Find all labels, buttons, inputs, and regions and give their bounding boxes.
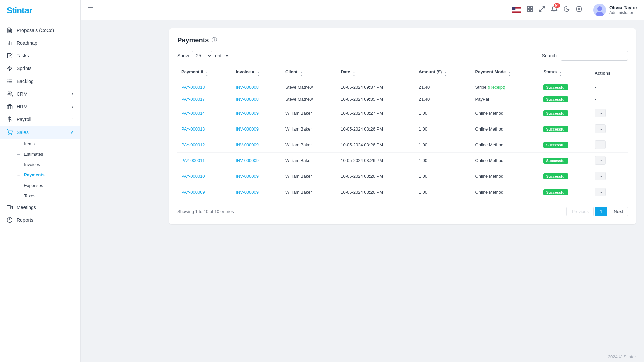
info-icon[interactable]: ⓘ [212, 37, 217, 44]
grid-button[interactable] [527, 6, 533, 14]
main-content: Payments ⓘ Show 25 10 50 100 entries Sea… [161, 20, 644, 362]
sidebar-item-payroll[interactable]: Payroll › [0, 113, 80, 126]
payment-link[interactable]: PAY-000017 [181, 97, 205, 102]
actions-button[interactable]: ··· [595, 188, 606, 196]
actions-button[interactable]: ··· [595, 109, 606, 117]
page-title: Payments [177, 36, 209, 44]
payment-mode-cell: PayPal [471, 93, 540, 105]
invoice-link[interactable]: INV-000009 [236, 158, 259, 163]
payment-link[interactable]: PAY-000013 [181, 126, 205, 132]
date-cell: 10-05-2024 03:26 PM [337, 168, 414, 184]
sidebar-item-proposals[interactable]: Proposals (CoCo) [0, 24, 80, 37]
chevron-down-icon: ∨ [70, 130, 73, 135]
pie-chart-icon [7, 217, 13, 223]
show-entries: Show 25 10 50 100 entries [177, 51, 229, 60]
date-cell: 10-05-2024 03:26 PM [337, 184, 414, 200]
avatar-image [593, 4, 606, 16]
prev-button[interactable]: Previous [566, 207, 594, 216]
sidebar-item-label-meetings: Meetings [17, 205, 36, 210]
amount-cell: 1.00 [415, 105, 471, 121]
status-cell: Successful [539, 137, 590, 153]
invoice-link[interactable]: INV-000009 [236, 126, 259, 132]
invoice-link[interactable]: INV-000009 [236, 142, 259, 147]
actions-button[interactable]: ··· [595, 156, 606, 165]
table-controls: Show 25 10 50 100 entries Search: [177, 51, 628, 61]
payment-link[interactable]: PAY-000012 [181, 142, 205, 147]
chevron-right-icon-payroll: › [72, 117, 73, 122]
payments-card: Payments ⓘ Show 25 10 50 100 entries Sea… [169, 28, 636, 224]
sidebar-item-reports[interactable]: Reports [0, 214, 80, 226]
col-payment-num[interactable]: Payment # ▲▼ [177, 66, 232, 81]
sidebar-subitem-invoices[interactable]: Invoices [0, 159, 80, 170]
sidebar-subitem-items[interactable]: Items [0, 139, 80, 149]
search-input[interactable] [561, 51, 628, 61]
actions-cell: ··· [591, 184, 628, 200]
sidebar-subitem-taxes[interactable]: Taxes [0, 191, 80, 201]
col-date[interactable]: Date ▲▼ [337, 66, 414, 81]
actions-button[interactable]: ··· [595, 124, 606, 133]
amount-cell: 21.40 [415, 81, 471, 93]
status-badge: Successful [543, 126, 568, 132]
sidebar-item-meetings[interactable]: Meetings [0, 201, 80, 214]
sidebar-item-roadmap[interactable]: Roadmap [0, 37, 80, 49]
svg-rect-24 [512, 7, 515, 10]
payment-link[interactable]: PAY-000014 [181, 111, 205, 116]
bar-chart-icon [7, 40, 13, 46]
status-cell: Successful [539, 81, 590, 93]
invoice-link[interactable]: INV-000008 [236, 85, 259, 90]
payment-link[interactable]: PAY-000009 [181, 190, 205, 195]
amount-cell: 1.00 [415, 137, 471, 153]
payment-mode-cell: Online Method [471, 184, 540, 200]
sidebar-subitem-label-invoices: Invoices [24, 162, 40, 167]
amount-cell: 1.00 [415, 121, 471, 137]
payment-link[interactable]: PAY-000011 [181, 158, 205, 163]
sidebar-item-label-tasks: Tasks [17, 53, 29, 58]
sidebar-item-hrm[interactable]: HRM › [0, 100, 80, 113]
col-status[interactable]: Status ▲▼ [539, 66, 590, 81]
receipt-link[interactable]: (Receipt) [488, 85, 505, 90]
col-invoice-num[interactable]: Invoice # ▲▼ [232, 66, 281, 81]
next-button[interactable]: Next [609, 207, 628, 216]
hamburger-button[interactable]: ☰ [87, 6, 93, 14]
table-row: PAY-000011 INV-000009 William Baker 10-0… [177, 153, 628, 168]
svg-line-30 [540, 10, 542, 12]
col-amount[interactable]: Amount ($) ▲▼ [415, 66, 471, 81]
col-payment-mode[interactable]: Payment Mode ▲▼ [471, 66, 540, 81]
invoice-link[interactable]: INV-000009 [236, 190, 259, 195]
status-cell: Successful [539, 153, 590, 168]
col-client[interactable]: Client ▲▼ [281, 66, 337, 81]
sidebar-item-crm[interactable]: CRM › [0, 88, 80, 100]
sidebar-item-label-proposals: Proposals (CoCo) [17, 28, 54, 33]
sidebar-item-backlog[interactable]: Backlog [0, 75, 80, 88]
users-icon [7, 91, 13, 97]
status-badge: Successful [543, 96, 568, 102]
invoice-link[interactable]: INV-000009 [236, 111, 259, 116]
notifications-button[interactable]: 54 [551, 5, 558, 14]
actions-button[interactable]: ··· [595, 172, 606, 180]
invoice-link[interactable]: INV-000008 [236, 97, 259, 102]
svg-rect-27 [528, 10, 530, 12]
sidebar-item-sales[interactable]: Sales ∨ [0, 126, 80, 139]
language-selector[interactable] [512, 7, 521, 13]
payment-link[interactable]: PAY-000018 [181, 85, 205, 90]
sidebar-item-label-payroll: Payroll [17, 117, 31, 122]
page-1-button[interactable]: 1 [595, 207, 607, 216]
status-badge: Successful [543, 189, 568, 195]
invoice-link[interactable]: INV-000009 [236, 174, 259, 179]
sidebar-subitem-expenses[interactable]: Expenses [0, 180, 80, 191]
entries-select[interactable]: 25 10 50 100 [192, 51, 212, 60]
payment-link[interactable]: PAY-000010 [181, 174, 205, 179]
sidebar-item-tasks[interactable]: Tasks [0, 49, 80, 62]
client-cell: William Baker [281, 105, 337, 121]
maximize-button[interactable] [539, 6, 545, 14]
dark-mode-button[interactable] [563, 6, 570, 14]
user-area[interactable]: Olivia Taylor Administrator [588, 4, 637, 16]
sidebar-subitem-estimates[interactable]: Estimates [0, 149, 80, 159]
actions-button[interactable]: ··· [595, 140, 606, 149]
sidebar-subitem-payments[interactable]: Payments [0, 170, 80, 180]
status-cell: Successful [539, 93, 590, 105]
status-badge: Successful [543, 158, 568, 164]
sidebar-item-sprints[interactable]: Sprints [0, 62, 80, 75]
settings-button[interactable] [576, 6, 582, 14]
table-row: PAY-000017 INV-000008 Steve Mathew 10-05… [177, 93, 628, 105]
